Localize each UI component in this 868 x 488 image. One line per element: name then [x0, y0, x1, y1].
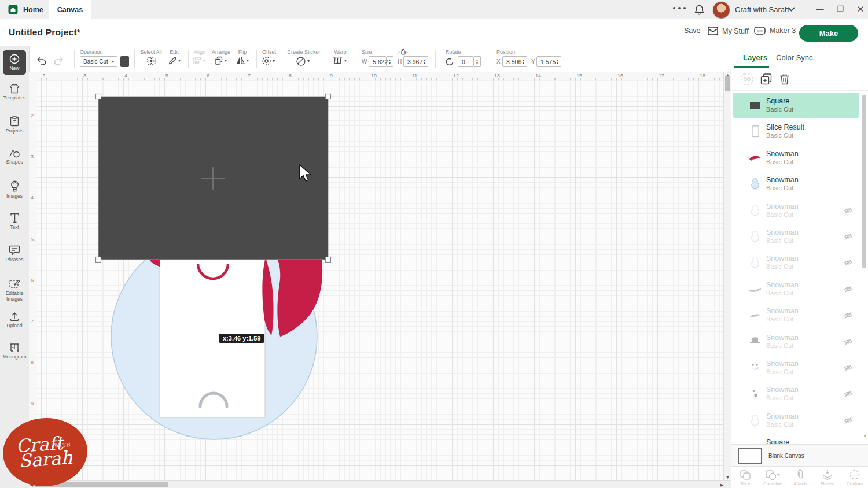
height-stepper[interactable]: ▲▼ — [421, 56, 428, 67]
color-swatch[interactable] — [120, 56, 129, 67]
blank-canvas-row[interactable]: Blank Canvas — [731, 444, 868, 467]
layer-row[interactable]: SnowmanBasic Cut — [733, 408, 859, 433]
sidebar-item-templates[interactable]: Templates — [0, 83, 29, 101]
close-button[interactable]: ✕ — [855, 4, 866, 14]
sidebar-item-upload[interactable]: Upload — [0, 311, 29, 329]
arrange-button[interactable]: ▾ — [214, 56, 227, 65]
design-canvas[interactable]: 23456789101112131415161718 23456789 — [29, 72, 731, 488]
coordinates-tooltip: x:3.46 y:1.59 — [219, 334, 264, 343]
visibility-eye-slash-icon[interactable] — [843, 310, 854, 320]
x-label: X — [496, 58, 501, 65]
select-all-button[interactable] — [146, 56, 156, 66]
canvas-vertical-scrollbar[interactable]: ▲ ▼ — [723, 72, 731, 480]
visibility-eye-slash-icon[interactable] — [843, 363, 854, 373]
operation-select[interactable]: Basic Cut▾ — [80, 56, 117, 67]
layer-thumbnail-white-rect — [748, 124, 762, 138]
layer-row[interactable]: SnowmanBasic Cut — [733, 355, 859, 380]
sidebar-item-shapes[interactable]: Shapes — [0, 148, 29, 165]
rotate-stepper[interactable]: ▲▼ — [474, 56, 481, 67]
y-input[interactable]: 1.575 — [536, 56, 554, 67]
duplicate-icon[interactable] — [760, 73, 773, 86]
visibility-eye-slash-icon[interactable] — [843, 337, 854, 347]
combine-button[interactable]: Combine — [759, 467, 786, 488]
sidebar-item-phrases[interactable]: Phrases — [0, 245, 29, 263]
machine-icon — [754, 27, 766, 35]
contour-button[interactable]: Contour — [841, 467, 868, 488]
edit-button[interactable]: ▾ — [168, 56, 181, 65]
account-name[interactable]: Craft with Sarah — [735, 5, 789, 14]
layer-row[interactable]: SnowmanBasic Cut — [733, 381, 859, 406]
flip-button[interactable]: ▾ — [236, 56, 249, 65]
ruler-left-number: 7 — [31, 319, 34, 324]
layer-row[interactable]: SnowmanBasic Cut — [733, 302, 859, 328]
rotate-input[interactable]: 0 — [458, 56, 474, 67]
visibility-eye-slash-icon[interactable] — [843, 205, 854, 216]
layer-row[interactable]: SnowmanBasic Cut — [733, 224, 859, 249]
sidebar-item-new[interactable]: New — [3, 50, 26, 75]
scroll-down-icon[interactable]: ▼ — [726, 475, 730, 479]
minimize-button[interactable]: — — [815, 4, 825, 14]
x-stepper[interactable]: ▲▼ — [520, 56, 527, 67]
maximize-button[interactable]: ❐ — [835, 4, 845, 14]
create-sticker-button[interactable]: ▾ — [296, 56, 310, 66]
notifications-bell-icon[interactable] — [694, 4, 705, 16]
my-stuff-button[interactable]: My Stuff — [708, 27, 749, 35]
visibility-eye-slash-icon[interactable] — [843, 257, 854, 268]
layer-row[interactable]: SquareBasic Cut — [733, 434, 859, 444]
redo-button[interactable] — [53, 56, 64, 66]
scroll-right-icon[interactable]: ▶ — [720, 483, 723, 487]
machine-select-button[interactable]: Maker 3 — [754, 27, 796, 35]
attach-button[interactable]: Attach — [786, 467, 814, 488]
tab-home[interactable]: Home — [8, 0, 43, 19]
canvas-horizontal-scrollbar[interactable]: ◀ ▶ — [29, 480, 731, 488]
visibility-eye-slash-icon[interactable] — [843, 389, 854, 399]
layer-row[interactable]: SnowmanBasic Cut — [733, 250, 859, 275]
panel-scrollbar[interactable] — [862, 93, 866, 444]
panel-scroll-down-icon[interactable]: ▼ — [863, 434, 867, 438]
width-input[interactable]: 5.622 — [369, 56, 387, 67]
more-menu-icon[interactable] — [673, 7, 688, 12]
layer-row[interactable]: SnowmanBasic Cut — [733, 171, 859, 197]
vertical-scroll-thumb[interactable] — [725, 76, 730, 91]
sidebar-item-images[interactable]: Images — [0, 180, 29, 199]
visibility-eye-slash-icon[interactable] — [843, 415, 854, 426]
tab-color-sync[interactable]: Color Sync — [776, 53, 813, 62]
offset-button[interactable]: ▾ — [262, 56, 275, 66]
align-icon — [193, 56, 202, 65]
layer-name: Snowman — [766, 307, 843, 316]
size-label: Size — [362, 49, 372, 55]
slice-button[interactable]: Slice — [731, 467, 759, 488]
undo-button[interactable] — [36, 56, 47, 66]
chevron-down-icon[interactable] — [788, 7, 795, 12]
save-button[interactable]: Save — [684, 27, 701, 35]
tab-canvas[interactable]: Canvas — [49, 0, 91, 19]
layer-row[interactable]: SnowmanBasic Cut — [733, 276, 859, 302]
flatten-button[interactable]: Flatten — [814, 467, 841, 488]
visibility-eye-slash-icon[interactable] — [843, 231, 854, 242]
sidebar-item-projects[interactable]: Projects — [0, 116, 29, 134]
avatar[interactable] — [712, 1, 730, 19]
layer-row[interactable]: SnowmanBasic Cut — [733, 145, 859, 171]
height-input[interactable]: 3.967 — [403, 56, 421, 67]
sidebar-item-text[interactable]: Text — [0, 213, 29, 231]
tab-layers[interactable]: Layers — [743, 53, 767, 62]
layer-row[interactable]: Slice ResultBasic Cut — [733, 119, 859, 144]
width-stepper[interactable]: ▲▼ — [387, 56, 393, 67]
warp-button[interactable]: ▾ — [332, 56, 347, 65]
ruler-top-number: 11 — [412, 73, 417, 79]
y-stepper[interactable]: ▲▼ — [554, 56, 561, 67]
sidebar-item-monogram[interactable]: Monogram — [0, 342, 29, 360]
x-input[interactable]: 3.506 — [502, 56, 520, 67]
ruler-top-number: 7 — [248, 73, 251, 79]
warp-label: Warp — [334, 49, 346, 55]
layer-row[interactable]: SquareBasic Cut — [733, 93, 859, 118]
trash-icon[interactable] — [779, 73, 790, 86]
layer-row[interactable]: SnowmanBasic Cut — [733, 198, 859, 223]
panel-scroll-thumb[interactable] — [862, 95, 866, 268]
rotate-icon[interactable] — [445, 57, 454, 66]
layer-row[interactable]: SnowmanBasic Cut — [733, 329, 859, 354]
sidebar-item-editable-images[interactable]: Editable Images — [0, 279, 29, 302]
visibility-eye-slash-icon[interactable] — [843, 284, 854, 294]
make-button[interactable]: Make — [799, 25, 858, 42]
size-lock-icon[interactable] — [397, 48, 410, 56]
